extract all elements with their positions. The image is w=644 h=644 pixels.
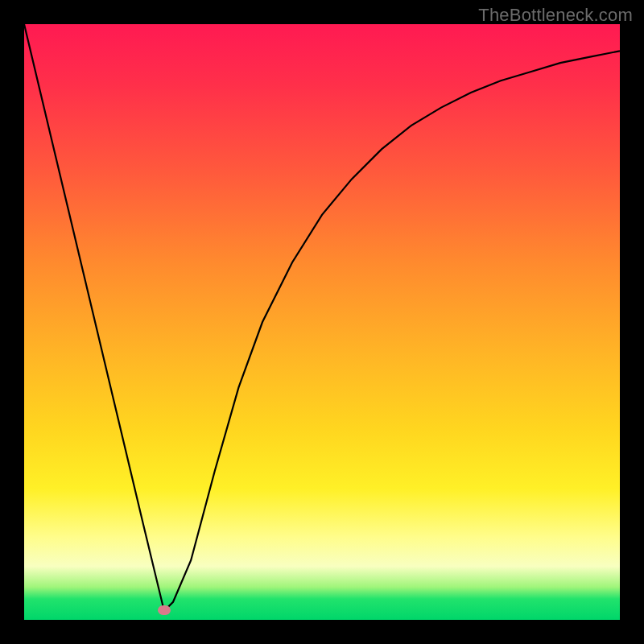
plot-area <box>24 24 620 620</box>
watermark-label: TheBottleneck.com <box>478 5 633 26</box>
chart-container: TheBottleneck.com <box>0 0 644 644</box>
bottleneck-curve <box>24 24 620 620</box>
minimum-marker-icon <box>158 605 171 615</box>
curve-path <box>24 24 620 611</box>
